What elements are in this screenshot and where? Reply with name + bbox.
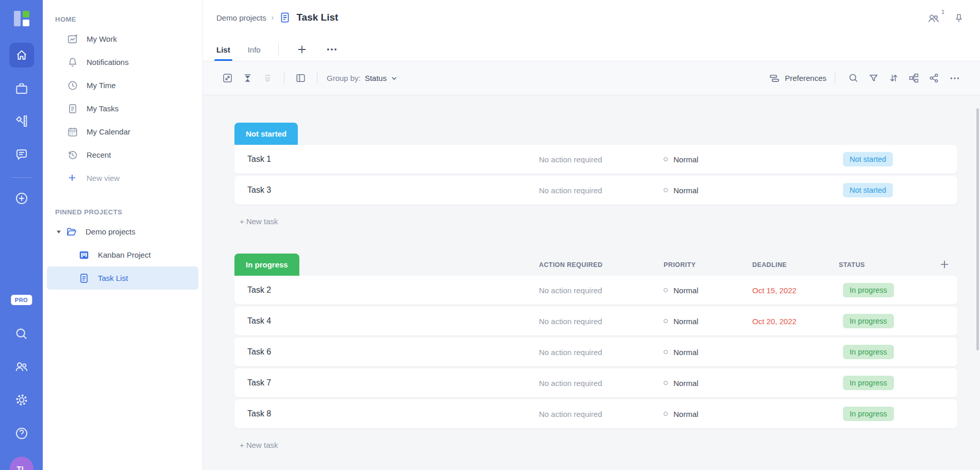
status-badge[interactable]: In progress: [843, 314, 894, 328]
status-badge[interactable]: In progress: [843, 407, 894, 421]
add-space-icon[interactable]: [14, 191, 29, 206]
filter-icon[interactable]: [868, 73, 879, 83]
status-badge[interactable]: In progress: [843, 283, 894, 297]
task-action-required[interactable]: No action required: [539, 379, 664, 388]
side-panel-icon[interactable]: [295, 73, 306, 83]
scrollbar-thumb[interactable]: [976, 108, 979, 350]
task-action-required[interactable]: No action required: [539, 348, 664, 357]
more-options-icon[interactable]: [949, 72, 961, 85]
avatar[interactable]: TL: [10, 457, 33, 470]
task-row[interactable]: Task 2 No action required Normal Oct 15,…: [234, 276, 957, 305]
group-header-badge[interactable]: In progress: [234, 254, 299, 276]
status-badge[interactable]: In progress: [843, 345, 894, 359]
task-status: Not started: [839, 183, 957, 197]
expand-all-icon[interactable]: [222, 73, 233, 83]
task-action-required[interactable]: No action required: [539, 155, 664, 164]
task-row[interactable]: Task 1 No action required Normal Not sta…: [234, 145, 957, 174]
column-header-deadline[interactable]: DEADLINE: [752, 261, 839, 268]
add-column-icon[interactable]: [939, 259, 950, 270]
status-badge[interactable]: Not started: [843, 152, 893, 166]
column-header-priority[interactable]: PRIORITY: [664, 261, 752, 268]
sidebar-folder-demo-projects[interactable]: Demo projects: [43, 220, 202, 243]
collaborators-icon[interactable]: 1: [927, 12, 940, 25]
folder-label: Demo projects: [86, 227, 136, 236]
tasks-doc-icon: [67, 103, 78, 114]
priority-label: Normal: [673, 379, 698, 388]
sidebar-item-my-work[interactable]: My Work: [43, 27, 202, 51]
tab-list[interactable]: List: [216, 38, 230, 61]
pin-icon[interactable]: [953, 13, 965, 24]
task-priority[interactable]: Normal: [664, 410, 752, 418]
priority-label: Normal: [673, 317, 698, 326]
task-row[interactable]: Task 4 No action required Normal Oct 20,…: [234, 307, 957, 335]
task-row[interactable]: Task 6 No action required Normal In prog…: [234, 338, 957, 366]
task-priority[interactable]: Normal: [664, 155, 752, 164]
search-icon[interactable]: [848, 73, 859, 83]
sidebar-item-kanban-project[interactable]: Kanban Project: [47, 243, 198, 266]
task-priority[interactable]: Normal: [664, 348, 752, 357]
help-icon[interactable]: [14, 426, 29, 441]
new-view-button[interactable]: New view: [43, 166, 202, 190]
task-name[interactable]: Task 1: [247, 155, 539, 164]
search-icon[interactable]: [14, 327, 29, 341]
sidebar-item-my-tasks[interactable]: My Tasks: [43, 97, 202, 120]
more-options-icon[interactable]: [325, 43, 339, 56]
task-priority[interactable]: Normal: [664, 317, 752, 326]
priority-icon: [664, 188, 668, 192]
task-row[interactable]: Task 8 No action required Normal In prog…: [234, 399, 957, 428]
task-action-required[interactable]: No action required: [539, 317, 664, 326]
priority-icon: [664, 412, 668, 416]
task-name[interactable]: Task 2: [247, 286, 539, 295]
caret-down-icon[interactable]: [56, 229, 62, 235]
sidebar-item-task-list[interactable]: Task List: [47, 266, 198, 290]
sidebar-item-my-calendar[interactable]: My Calendar: [43, 120, 202, 143]
sidebar-item-notifications[interactable]: Notifications: [43, 51, 202, 74]
preferences-button[interactable]: Preferences: [769, 73, 826, 84]
double-chevron-down-icon[interactable]: [262, 73, 273, 83]
tab-info[interactable]: Info: [248, 38, 261, 61]
sidebar-item-recent[interactable]: Recent: [43, 143, 202, 166]
share-icon[interactable]: [928, 73, 939, 83]
task-deadline[interactable]: Oct 15, 2022: [752, 286, 839, 295]
priority-label: Normal: [673, 410, 698, 418]
comments-icon[interactable]: [14, 147, 29, 162]
projects-briefcase-icon[interactable]: [14, 81, 29, 96]
collapse-rows-icon[interactable]: [242, 73, 253, 83]
new-task-button[interactable]: + New task: [240, 217, 957, 226]
priority-icon: [664, 157, 668, 161]
subitems-tree-icon[interactable]: [908, 73, 919, 83]
task-name[interactable]: Task 8: [247, 409, 539, 418]
group-header-badge[interactable]: Not started: [234, 123, 298, 145]
status-badge[interactable]: In progress: [843, 376, 894, 390]
home-icon[interactable]: [9, 43, 34, 68]
priority-label: Normal: [673, 155, 698, 164]
task-row[interactable]: Task 3 No action required Normal Not sta…: [234, 176, 957, 205]
task-row[interactable]: Task 7 No action required Normal In prog…: [234, 368, 957, 397]
task-action-required[interactable]: No action required: [539, 286, 664, 295]
settings-gear-icon[interactable]: [14, 393, 29, 407]
sidebar-item-my-time[interactable]: My Time: [43, 74, 202, 97]
breadcrumb-demo-projects[interactable]: Demo projects: [216, 13, 266, 22]
people-icon[interactable]: [14, 360, 29, 374]
new-task-button[interactable]: + New task: [240, 441, 957, 449]
column-header-action-required[interactable]: ACTION REQUIRED: [539, 261, 664, 268]
pro-badge[interactable]: PRO: [11, 295, 32, 305]
task-name[interactable]: Task 4: [247, 316, 539, 326]
tools-icon[interactable]: [14, 114, 29, 128]
task-name[interactable]: Task 7: [247, 378, 539, 388]
app-logo-icon[interactable]: [12, 9, 31, 28]
task-priority[interactable]: Normal: [664, 379, 752, 388]
task-priority[interactable]: Normal: [664, 186, 752, 195]
task-deadline[interactable]: Oct 20, 2022: [752, 317, 839, 326]
main-header: Demo projects › Task List 1 List Info: [203, 0, 980, 61]
task-priority[interactable]: Normal: [664, 286, 752, 295]
task-name[interactable]: Task 6: [247, 347, 539, 357]
task-status: In progress: [839, 345, 957, 359]
task-action-required[interactable]: No action required: [539, 410, 664, 418]
task-action-required[interactable]: No action required: [539, 186, 664, 195]
status-badge[interactable]: Not started: [843, 183, 893, 197]
group-by-control[interactable]: Group by: Status: [327, 74, 398, 82]
add-view-icon[interactable]: [296, 44, 308, 55]
task-name[interactable]: Task 3: [247, 186, 539, 195]
sort-icon[interactable]: [888, 73, 899, 83]
